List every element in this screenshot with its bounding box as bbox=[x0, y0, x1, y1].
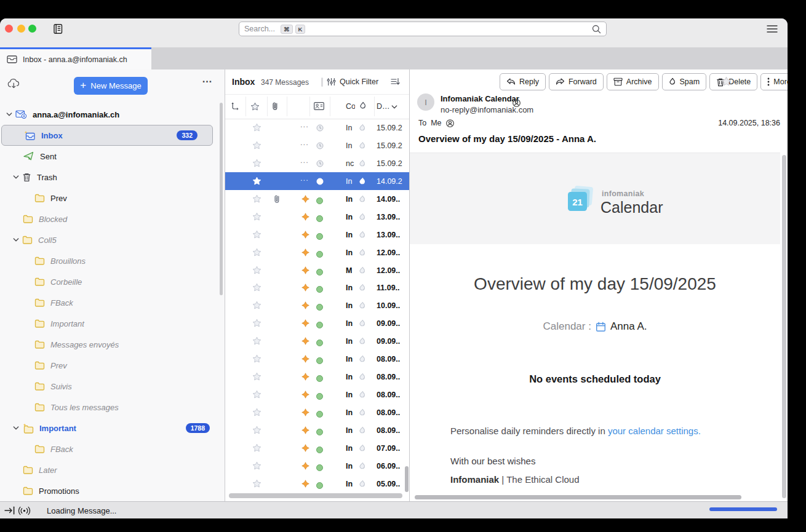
spam-icon[interactable] bbox=[359, 266, 366, 275]
spam-icon[interactable] bbox=[359, 408, 366, 417]
message-row[interactable]: In11.09.. bbox=[225, 279, 409, 296]
spam-icon[interactable] bbox=[359, 391, 366, 399]
message-row[interactable]: In09.09.. bbox=[225, 314, 409, 332]
message-row[interactable]: In13.09.. bbox=[225, 226, 409, 244]
star-icon[interactable] bbox=[252, 266, 261, 274]
star-icon[interactable] bbox=[252, 390, 261, 399]
unread-icon[interactable] bbox=[301, 319, 309, 327]
junk-status-icon[interactable] bbox=[316, 196, 323, 207]
star-icon[interactable] bbox=[252, 248, 261, 256]
junk-status-icon[interactable] bbox=[316, 302, 323, 313]
unread-icon[interactable] bbox=[301, 462, 309, 470]
unread-icon[interactable] bbox=[301, 444, 309, 452]
message-row[interactable]: In12.09.. bbox=[225, 244, 409, 261]
message-row[interactable]: In09.09.. bbox=[225, 332, 409, 350]
spam-icon[interactable] bbox=[359, 337, 366, 346]
folder-item-trash[interactable]: Trash bbox=[0, 167, 225, 188]
message-row[interactable]: ...In14.09.2 bbox=[225, 172, 409, 190]
unread-icon[interactable] bbox=[301, 426, 309, 434]
star-icon[interactable] bbox=[252, 230, 261, 239]
global-search-input[interactable]: Search... ⌘ K bbox=[239, 22, 607, 36]
chevron-down-icon[interactable] bbox=[12, 426, 20, 431]
unread-icon[interactable] bbox=[301, 213, 309, 221]
attachment-column-icon[interactable] bbox=[271, 101, 279, 111]
delete-button[interactable]: Delete bbox=[709, 73, 757, 90]
junk-status-icon[interactable] bbox=[316, 213, 323, 224]
zoom-button[interactable] bbox=[28, 25, 36, 33]
star-icon[interactable] bbox=[252, 301, 261, 309]
message-row[interactable]: In08.09.. bbox=[225, 403, 409, 421]
message-horizontal-scrollbar[interactable] bbox=[415, 495, 741, 499]
unread-icon[interactable] bbox=[301, 248, 309, 256]
spam-icon[interactable] bbox=[359, 444, 366, 453]
recipient-me[interactable]: Me bbox=[431, 119, 441, 127]
message-row[interactable]: In05.09.. bbox=[225, 475, 409, 493]
message-vertical-scrollbar[interactable] bbox=[782, 155, 786, 498]
message-row[interactable]: ...In15.09.2 bbox=[225, 137, 409, 154]
star-icon[interactable] bbox=[252, 141, 261, 149]
message-row[interactable]: In08.09.. bbox=[225, 368, 409, 386]
folder-item-inbox[interactable]: Inbox332 bbox=[1, 125, 213, 146]
get-messages-icon[interactable] bbox=[7, 78, 20, 89]
junk-status-icon[interactable] bbox=[316, 427, 323, 438]
junk-status-icon[interactable] bbox=[316, 267, 323, 278]
display-options-icon[interactable] bbox=[390, 77, 400, 86]
spam-icon[interactable] bbox=[359, 195, 366, 204]
folder-pane-scrollbar[interactable] bbox=[220, 103, 223, 295]
spam-button[interactable]: Spam bbox=[662, 73, 707, 90]
message-row[interactable]: In07.09.. bbox=[225, 439, 409, 457]
starred-column-icon[interactable] bbox=[250, 102, 260, 111]
spam-column-icon[interactable] bbox=[359, 101, 367, 110]
spam-icon[interactable] bbox=[359, 248, 366, 257]
folder-item-tous-les-messages[interactable]: Tous les messages bbox=[0, 397, 225, 418]
star-icon[interactable] bbox=[252, 159, 261, 167]
spam-icon[interactable] bbox=[359, 426, 366, 435]
star-icon[interactable] bbox=[252, 479, 261, 488]
star-icon[interactable] bbox=[252, 443, 261, 452]
junk-status-icon[interactable] bbox=[316, 320, 323, 331]
notebook-icon[interactable] bbox=[52, 23, 63, 34]
calendar-settings-link[interactable]: your calendar settings. bbox=[608, 426, 701, 436]
star-icon[interactable] bbox=[252, 177, 261, 185]
chevron-down-icon[interactable] bbox=[12, 237, 20, 242]
unread-icon[interactable] bbox=[301, 391, 309, 399]
new-message-button[interactable]: + New Message bbox=[74, 77, 148, 95]
forward-button[interactable]: Forward bbox=[549, 73, 604, 90]
account-row[interactable]: anna.a@infomaniak.ch bbox=[0, 104, 225, 125]
quick-filter-button[interactable]: Quick Filter bbox=[340, 77, 378, 86]
folder-item-brouillons[interactable]: Brouillons bbox=[0, 250, 225, 271]
thread-column-icon[interactable] bbox=[231, 102, 239, 110]
star-icon[interactable] bbox=[252, 319, 261, 327]
junk-status-icon[interactable] bbox=[316, 231, 323, 242]
junk-status-icon[interactable] bbox=[316, 249, 323, 260]
folder-item-suivis[interactable]: Suivis bbox=[0, 376, 225, 397]
star-icon[interactable] bbox=[252, 336, 261, 345]
reply-button[interactable]: Reply bbox=[500, 73, 546, 90]
message-row[interactable]: ...nc15.09.2 bbox=[225, 154, 409, 172]
goto-icon[interactable] bbox=[4, 506, 15, 515]
folder-item-messages-envoy-s[interactable]: Messages envoyés bbox=[0, 334, 225, 355]
star-icon[interactable] bbox=[252, 354, 261, 363]
unread-icon[interactable] bbox=[301, 301, 309, 309]
sort-chevron-icon[interactable] bbox=[391, 105, 397, 109]
date-column-label[interactable]: D… bbox=[377, 102, 390, 111]
star-message-icon[interactable] bbox=[721, 76, 732, 86]
message-row[interactable]: In14.09.. bbox=[225, 190, 409, 208]
unread-icon[interactable] bbox=[301, 373, 309, 381]
chevron-down-icon[interactable] bbox=[5, 112, 14, 117]
junk-status-icon[interactable] bbox=[316, 284, 323, 295]
folder-item-important[interactable]: Important1788 bbox=[0, 418, 225, 439]
star-icon[interactable] bbox=[252, 123, 261, 132]
quick-filter-icon[interactable] bbox=[327, 77, 336, 86]
junk-status-icon[interactable] bbox=[316, 355, 323, 367]
unread-icon[interactable] bbox=[301, 284, 309, 292]
star-icon[interactable] bbox=[252, 194, 261, 203]
spam-icon[interactable] bbox=[359, 141, 366, 150]
folder-item-prev[interactable]: Prev bbox=[0, 355, 225, 376]
star-icon[interactable] bbox=[252, 426, 261, 434]
junk-status-icon[interactable] bbox=[316, 338, 323, 349]
junk-status-icon[interactable] bbox=[316, 480, 323, 491]
minimize-button[interactable] bbox=[17, 25, 25, 33]
message-list-horizontal-scrollbar[interactable] bbox=[229, 493, 402, 498]
message-row[interactable]: In08.09.. bbox=[225, 421, 409, 439]
